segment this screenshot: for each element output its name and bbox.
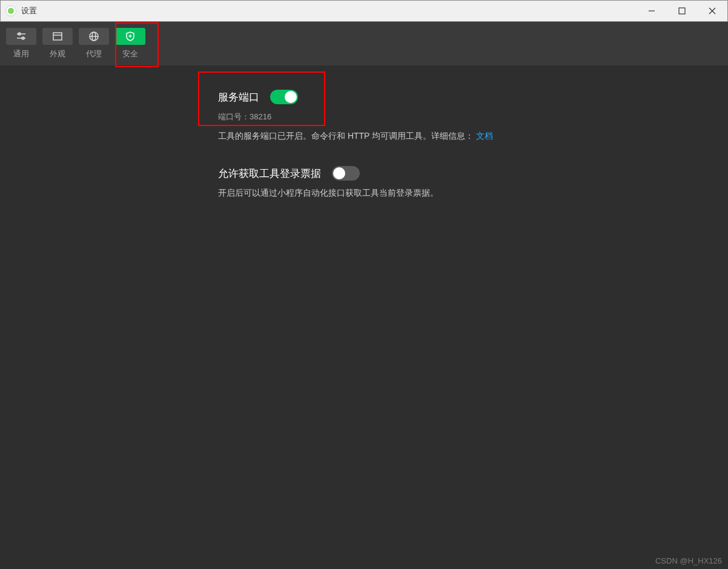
security-panel: 服务端口 端口号：38216 工具的服务端口已开启。命令行和 HTTP 均可调用… bbox=[0, 65, 728, 247]
titlebar: 设置 bbox=[0, 0, 728, 22]
minimize-button[interactable] bbox=[637, 1, 667, 21]
service-port-title: 服务端口 bbox=[218, 90, 259, 104]
tab-label: 通用 bbox=[13, 48, 29, 59]
tab-label: 安全 bbox=[122, 48, 138, 59]
service-port-toggle[interactable] bbox=[270, 90, 298, 104]
ticket-toggle[interactable] bbox=[332, 166, 360, 181]
tab-general[interactable]: 通用 bbox=[6, 28, 36, 59]
ticket-row: 允许获取工具登录票据 bbox=[218, 166, 510, 181]
window-title: 设置 bbox=[21, 5, 37, 16]
shield-icon bbox=[115, 28, 145, 45]
close-button[interactable] bbox=[697, 1, 727, 21]
service-port-row: 服务端口 bbox=[218, 90, 510, 104]
appearance-icon bbox=[42, 28, 73, 45]
app-icon bbox=[5, 5, 16, 16]
tab-label: 外观 bbox=[50, 48, 65, 59]
tab-label: 代理 bbox=[86, 48, 102, 59]
port-value: 38216 bbox=[250, 112, 271, 121]
ticket-description: 开启后可以通过小程序自动化接口获取工具当前登录票据。 bbox=[218, 188, 510, 199]
window-controls bbox=[637, 1, 727, 21]
sliders-icon bbox=[6, 28, 36, 45]
service-port-description: 工具的服务端口已开启。命令行和 HTTP 均可调用工具。详细信息： 文档 bbox=[218, 131, 510, 142]
port-label: 端口号： bbox=[218, 112, 250, 121]
settings-toolbar: 通用 外观 代理 安全 bbox=[0, 22, 728, 65]
svg-rect-1 bbox=[679, 8, 685, 14]
port-number: 端口号：38216 bbox=[218, 111, 510, 122]
tab-appearance[interactable]: 外观 bbox=[42, 28, 73, 59]
desc-prefix: 工具的服务端口已开启。命令行和 HTTP 均可调用工具。详细信息： bbox=[218, 131, 474, 141]
tab-security[interactable]: 安全 bbox=[115, 28, 145, 59]
tab-proxy[interactable]: 代理 bbox=[79, 28, 109, 59]
watermark: CSDN @H_HX126 bbox=[655, 556, 722, 565]
ticket-title: 允许获取工具登录票据 bbox=[218, 167, 321, 181]
docs-link[interactable]: 文档 bbox=[476, 131, 493, 141]
svg-rect-8 bbox=[53, 33, 62, 40]
globe-icon bbox=[79, 28, 109, 45]
maximize-button[interactable] bbox=[667, 1, 697, 21]
